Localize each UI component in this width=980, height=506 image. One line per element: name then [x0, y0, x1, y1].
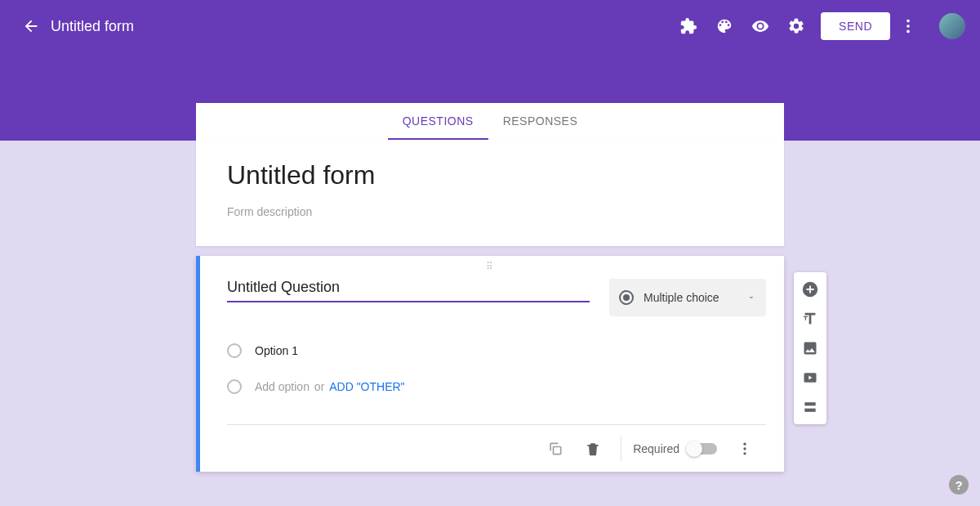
tab-responses[interactable]: RESPONSES — [488, 103, 593, 140]
drag-handle-icon[interactable]: ⠿ — [486, 261, 495, 272]
question-footer: Required — [227, 424, 766, 472]
svg-rect-10 — [804, 409, 815, 412]
chevron-down-icon — [746, 293, 756, 302]
required-label: Required — [633, 442, 679, 455]
puzzle-icon — [679, 17, 697, 35]
option-label[interactable]: Option 1 — [255, 344, 298, 357]
add-section-button[interactable] — [796, 395, 824, 419]
addons-button[interactable] — [670, 8, 706, 44]
help-icon: ? — [955, 478, 962, 492]
svg-point-1 — [906, 25, 910, 28]
svg-point-5 — [743, 447, 746, 450]
radio-icon — [619, 290, 634, 305]
more-vert-icon — [737, 441, 753, 457]
section-icon — [802, 399, 818, 415]
svg-point-6 — [743, 452, 746, 455]
arrow-left-icon — [22, 17, 40, 35]
plus-circle-icon — [801, 280, 819, 298]
form-header-card: Untitled form Form description — [196, 140, 784, 246]
question-title-input[interactable]: Untitled Question — [227, 279, 590, 302]
eye-icon — [751, 17, 769, 35]
required-toggle[interactable] — [688, 443, 717, 455]
add-video-button[interactable] — [796, 365, 824, 390]
add-option-row: Add option or ADD "OTHER" — [227, 369, 766, 405]
settings-button[interactable] — [778, 8, 814, 44]
tab-questions[interactable]: QUESTIONS — [388, 103, 488, 140]
main-content: QUESTIONS RESPONSES Untitled form Form d… — [196, 103, 784, 472]
more-button[interactable] — [890, 8, 926, 44]
svg-point-4 — [743, 442, 746, 445]
page-title[interactable]: Untitled form — [51, 18, 134, 35]
tabs-row: QUESTIONS RESPONSES — [196, 103, 784, 140]
help-button[interactable]: ? — [949, 475, 969, 495]
add-other-button[interactable]: ADD "OTHER" — [329, 380, 404, 393]
svg-point-2 — [906, 30, 910, 34]
more-vert-icon — [899, 17, 917, 35]
palette-icon — [715, 17, 733, 35]
add-question-button[interactable] — [796, 277, 824, 302]
topbar: Untitled form SEND — [0, 0, 980, 52]
trash-icon — [585, 441, 601, 457]
gear-icon — [787, 17, 805, 35]
image-icon — [802, 340, 818, 356]
question-type-label: Multiple choice — [644, 291, 746, 304]
add-image-button[interactable] — [796, 336, 824, 360]
question-more-button[interactable] — [728, 432, 761, 465]
add-option-button[interactable]: Add option — [255, 380, 310, 393]
delete-button[interactable] — [577, 432, 609, 465]
svg-rect-9 — [804, 402, 815, 405]
avatar[interactable] — [939, 13, 965, 39]
theme-button[interactable] — [706, 8, 742, 44]
options-list: Option 1 Add option or ADD "OTHER" — [227, 333, 766, 405]
or-text: or — [314, 380, 324, 393]
radio-outline-icon — [227, 379, 242, 394]
text-icon — [801, 310, 819, 328]
back-button[interactable] — [15, 17, 47, 35]
duplicate-button[interactable] — [539, 432, 572, 465]
question-type-select[interactable]: Multiple choice — [609, 279, 766, 316]
side-toolbar — [794, 272, 826, 424]
svg-rect-3 — [554, 446, 561, 454]
divider — [621, 437, 621, 461]
video-icon — [802, 369, 818, 386]
option-row: Option 1 — [227, 333, 766, 369]
copy-icon — [547, 441, 564, 457]
radio-outline-icon — [227, 343, 242, 358]
form-description[interactable]: Form description — [227, 205, 753, 218]
add-title-button[interactable] — [796, 307, 824, 331]
preview-button[interactable] — [742, 8, 778, 44]
question-card: ⠿ Untitled Question Multiple choice Opti… — [196, 256, 784, 472]
tabs-card: QUESTIONS RESPONSES Untitled form Form d… — [196, 103, 784, 246]
form-title[interactable]: Untitled form — [227, 160, 753, 190]
svg-point-0 — [906, 20, 910, 23]
send-button[interactable]: SEND — [821, 12, 890, 40]
